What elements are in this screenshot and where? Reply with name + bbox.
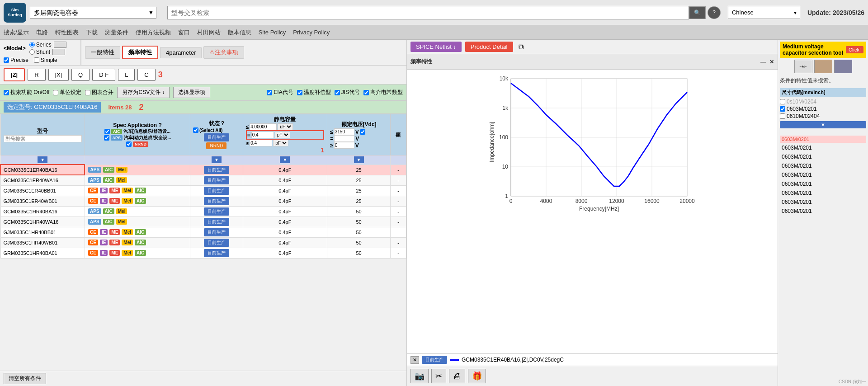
cb-chart-merge[interactable]: 图表合并 <box>85 89 113 96</box>
legend-close-btn[interactable]: ✕ <box>410 356 419 364</box>
search-button[interactable]: 🔍 <box>689 6 706 19</box>
tab-4param[interactable]: 4parameter <box>160 47 202 58</box>
shunt-radio-label[interactable]: Shunt <box>29 49 66 55</box>
cell-status: 目前生产 <box>190 185 243 196</box>
cell-cap: 0.4pF <box>243 227 327 237</box>
cap-ge-unit[interactable]: pF <box>273 140 288 146</box>
precise-checkbox-label[interactable]: Precise <box>4 57 28 63</box>
far-right-down-btn[interactable]: ▼ <box>780 121 866 128</box>
nav-item-chart[interactable]: 特性图表 <box>55 28 79 37</box>
nav-item-murata[interactable]: 村田网站 <box>197 28 221 37</box>
col-header-model: 型号 <box>0 114 85 155</box>
action-camera-btn[interactable]: 📷 <box>410 369 429 383</box>
language-selector[interactable]: Chinese <box>728 6 800 19</box>
cb-unit[interactable]: 单位设定 <box>53 89 81 96</box>
char-btn-r[interactable]: R <box>28 69 45 81</box>
table-row[interactable]: GCM0335C1ER40WA16 APSAICMel 目前生产 0.4pF 2… <box>0 175 406 185</box>
cb-search-onoff[interactable]: 搜索功能 On/Off <box>4 89 49 96</box>
filter-down-btn-status[interactable]: ▼ <box>212 156 222 163</box>
nav-item-sitepolicy[interactable]: Site Policy <box>259 29 286 36</box>
nav-item-circuit[interactable]: 电路 <box>36 28 48 37</box>
cb-temp[interactable]: 温度补偿型 <box>297 89 331 96</box>
chart-close-icon[interactable]: ✕ <box>769 59 774 65</box>
status-btn-nrnd[interactable]: NRND <box>206 142 226 149</box>
table-row[interactable]: GCM0335C1HR40WA16 APSAICMel 目前生产 0.4pF 5… <box>0 217 406 227</box>
cap-eq-input[interactable] <box>251 132 274 138</box>
nav-item-download[interactable]: 下载 <box>86 28 98 37</box>
far-right-title: Medium voltage capacitor selection tool … <box>780 42 866 58</box>
table-row[interactable]: GCM0335C1ER40BA16 APSAICMel 目前生产 0.4pF 2… <box>0 165 406 175</box>
cb-jis[interactable]: JIS代号 <box>335 89 360 96</box>
svg-text:16000: 16000 <box>644 198 660 204</box>
simple-checkbox[interactable] <box>34 57 39 63</box>
help-button[interactable]: ? <box>708 6 721 19</box>
filter-down-btn-model[interactable]: ▼ <box>38 156 47 163</box>
size-option-3: 0610M/02404 <box>780 113 866 119</box>
svg-text:0: 0 <box>509 198 513 204</box>
nav-item-measure[interactable]: 测量条件 <box>105 28 128 37</box>
tab-general[interactable]: 一般特性 <box>85 46 120 59</box>
cb-high-diel[interactable]: 高介电常数型 <box>363 89 403 96</box>
simple-checkbox-label[interactable]: Simple <box>34 57 57 63</box>
tab-freq[interactable]: 频率特性 <box>122 46 158 59</box>
nav-item-search[interactable]: 搜索/显示 <box>4 28 29 37</box>
series-radio-label[interactable]: Series <box>29 42 66 48</box>
btn-display[interactable]: 选择显示项 <box>173 87 210 98</box>
cell-spec: APSAICMel <box>85 175 190 185</box>
action-scissors-btn[interactable]: ✂ <box>431 369 446 383</box>
cell-status: 目前生产 <box>190 175 243 185</box>
search-input[interactable] <box>167 6 689 19</box>
volt-ge-input[interactable] <box>334 142 354 149</box>
table-row[interactable]: GRM0335C1HR40BA01 CEIEMEMelAIC 目前生产 0.4p… <box>0 248 406 258</box>
table-row[interactable]: GJM0335C1HR40WB01 CEIEMEMelAIC 目前生产 0.4p… <box>0 237 406 248</box>
char-btn-x[interactable]: |X| <box>48 69 69 81</box>
precise-checkbox[interactable] <box>4 57 9 63</box>
table-row[interactable]: GCM0335C1HR40BA16 APSAICMel 目前生产 0.4pF 5… <box>0 206 406 217</box>
chart-title-bar: 频率特性 — ✕ <box>407 54 778 70</box>
status-btn-current[interactable]: 目前生产 <box>204 133 229 141</box>
table-row[interactable]: GJM0335C1ER40WB01 CEIEMEMelAIC 目前生产 0.4p… <box>0 196 406 206</box>
product-detail-btn[interactable]: Product Detail <box>465 42 513 52</box>
spice-btn[interactable]: SPICE Netlist ↓ <box>410 42 462 52</box>
component-img-3 <box>834 60 852 73</box>
cell-extra: - <box>390 165 406 175</box>
volt-eq-input[interactable] <box>334 135 354 142</box>
nav-item-window[interactable]: 窗口 <box>178 28 190 37</box>
nav-item-privacy[interactable]: Privacy Policy <box>293 29 330 36</box>
cap-eq-unit[interactable]: pF <box>275 132 290 138</box>
action-print-btn[interactable]: 🖨 <box>449 369 465 383</box>
volt-le-input[interactable] <box>334 128 354 135</box>
app-title-select[interactable]: 多层陶瓷电容器 <box>30 7 156 19</box>
cap-le-input[interactable] <box>250 123 277 130</box>
cell-status: 目前生产 <box>190 206 243 217</box>
product-detail-expand-icon[interactable]: ⧉ <box>519 43 524 51</box>
tab-caution[interactable]: ⚠注意事项 <box>203 46 244 59</box>
cb-eia[interactable]: EIA代号 <box>267 89 293 96</box>
char-btn-c[interactable]: C <box>137 69 155 81</box>
char-btn-df[interactable]: D F <box>92 69 115 81</box>
btn-csv[interactable]: 另存为CSV文件 ↓ <box>117 87 170 98</box>
char-btn-l[interactable]: L <box>118 69 135 81</box>
csdn-watermark: CSDN @刘一 <box>839 379 866 385</box>
action-gift-btn[interactable]: 🎁 <box>468 369 486 383</box>
cap-le-unit[interactable]: uF <box>278 123 293 130</box>
legend-status-btn[interactable]: 目前生产 <box>422 356 447 364</box>
clear-all-button[interactable]: 清空所有条件 <box>4 373 46 384</box>
filter-down-btn-volt[interactable]: ▼ <box>354 156 364 163</box>
cell-status: 目前生产 <box>190 165 243 175</box>
char-btn-z[interactable]: |Z| <box>4 68 25 81</box>
cap-ge-input[interactable] <box>250 140 272 146</box>
svg-text:Impedance[ohm]: Impedance[ohm] <box>489 122 495 162</box>
char-btn-q[interactable]: Q <box>71 69 90 81</box>
filter-down-btn-cap[interactable]: ▼ <box>280 156 290 163</box>
table-row[interactable]: GJM0335C1ER40BB01 CEIEMEMelAIC 目前生产 0.4p… <box>0 185 406 196</box>
model-search-input[interactable] <box>4 135 82 142</box>
series-radio[interactable] <box>29 42 35 47</box>
click-btn[interactable]: Click! <box>846 46 863 53</box>
chart-minus-icon[interactable]: — <box>760 59 766 65</box>
nav-item-video[interactable]: 使用方法视频 <box>136 28 171 37</box>
table-row[interactable]: GJM0335C1HR40BB01 CEIEMEMelAIC 目前生产 0.4p… <box>0 227 406 237</box>
svg-text:4000: 4000 <box>540 198 552 204</box>
nav-item-version[interactable]: 版本信息 <box>228 28 251 37</box>
shunt-radio[interactable] <box>29 49 35 55</box>
